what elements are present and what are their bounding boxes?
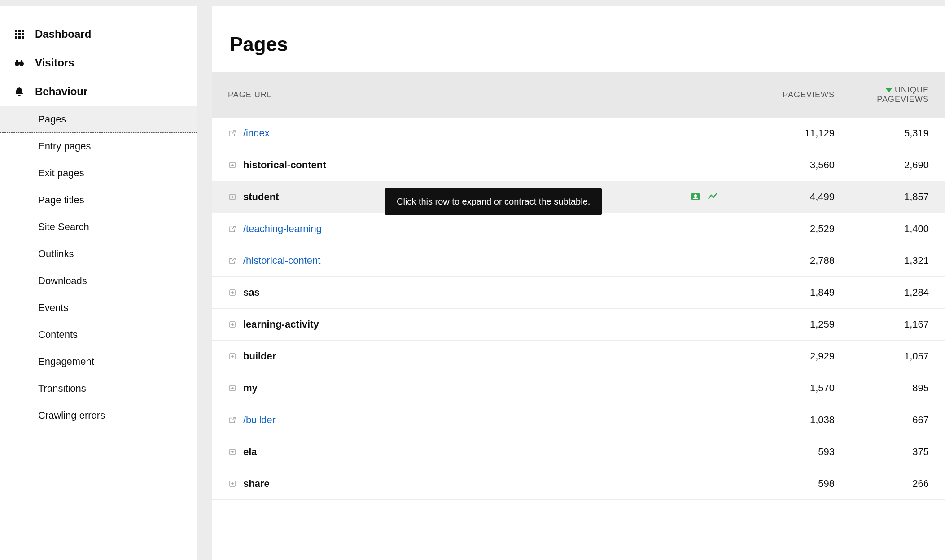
page-url-label: learning-activity — [243, 319, 319, 330]
unique-pageviews-cell: 266 — [851, 468, 945, 500]
sidebar-item-label: Behaviour — [35, 85, 88, 98]
sidebar-subitem-exit-pages[interactable]: Exit pages — [0, 160, 197, 187]
svg-rect-0 — [15, 30, 18, 32]
svg-rect-7 — [18, 36, 21, 39]
pageviews-cell: 1,849 — [757, 277, 851, 309]
expand-icon[interactable] — [228, 447, 237, 456]
col-pageviews[interactable]: Pageviews — [757, 72, 851, 118]
binoculars-icon — [13, 57, 25, 69]
pageviews-cell: 2,529 — [757, 213, 851, 245]
page-url-label[interactable]: /index — [243, 127, 270, 139]
svg-rect-8 — [22, 36, 24, 39]
col-url[interactable]: Page URL — [212, 72, 757, 118]
unique-pageviews-cell: 1,284 — [851, 277, 945, 309]
content-area: Pages Page URL Pageviews Unique Pageview… — [197, 6, 945, 560]
sidebar-subitem-events[interactable]: Events — [0, 294, 197, 321]
unique-pageviews-cell: 1,057 — [851, 341, 945, 372]
svg-point-21 — [694, 194, 697, 197]
pageviews-cell: 598 — [757, 468, 851, 500]
external-link-icon[interactable] — [228, 224, 237, 233]
table-row[interactable]: /builder1,038667 — [212, 404, 945, 436]
unique-pageviews-cell: 375 — [851, 436, 945, 468]
page-url-label: student — [243, 191, 279, 203]
sidebar-subitem-site-search[interactable]: Site Search — [0, 214, 197, 241]
sidebar-item-label: Visitors — [35, 57, 74, 69]
expand-icon[interactable] — [228, 161, 237, 170]
unique-pageviews-cell: 1,321 — [851, 245, 945, 277]
expand-icon[interactable] — [228, 384, 237, 393]
svg-rect-11 — [18, 62, 21, 64]
svg-rect-5 — [22, 33, 24, 35]
table-row[interactable]: learning-activity1,2591,167 — [212, 309, 945, 341]
col-unique-pageviews[interactable]: Unique Pageviews — [851, 72, 945, 118]
page-url-label[interactable]: /builder — [243, 414, 276, 426]
table-header-row: Page URL Pageviews Unique Pageviews — [212, 72, 945, 118]
unique-pageviews-cell: 1,857 — [851, 181, 945, 213]
svg-rect-3 — [15, 33, 18, 35]
pageviews-cell: 2,788 — [757, 245, 851, 277]
external-link-icon[interactable] — [228, 256, 237, 265]
expand-icon[interactable] — [228, 479, 237, 488]
sidebar-subitem-engagement[interactable]: Engagement — [0, 348, 197, 375]
sidebar-subitem-transitions[interactable]: Transitions — [0, 375, 197, 402]
table-row[interactable]: my1,570895 — [212, 372, 945, 404]
sort-desc-icon — [886, 88, 892, 92]
table-row[interactable]: share598266 — [212, 468, 945, 500]
sidebar-subitem-outlinks[interactable]: Outlinks — [0, 241, 197, 267]
page-url-label[interactable]: /historical-content — [243, 255, 320, 267]
table-row[interactable]: /historical-content2,7881,321 — [212, 245, 945, 277]
expand-icon[interactable] — [228, 320, 237, 329]
expand-icon[interactable] — [228, 288, 237, 297]
segment-icon[interactable] — [690, 191, 701, 205]
unique-pageviews-cell: 895 — [851, 372, 945, 404]
page-url-label: builder — [243, 350, 276, 362]
pageviews-cell: 3,560 — [757, 149, 851, 181]
table-row[interactable]: /index11,1295,319 — [212, 118, 945, 149]
page-url-label: share — [243, 478, 270, 490]
page-url-label: historical-content — [243, 159, 326, 171]
pageviews-cell: 1,570 — [757, 372, 851, 404]
table-row[interactable]: /teaching-learning2,5291,400 — [212, 213, 945, 245]
expand-icon[interactable] — [228, 352, 237, 361]
table-row[interactable]: ela593375 — [212, 436, 945, 468]
table-row[interactable]: sas1,8491,284 — [212, 277, 945, 309]
svg-rect-1 — [18, 30, 21, 32]
svg-rect-12 — [16, 60, 18, 62]
sidebar-item-behaviour[interactable]: Behaviour — [0, 77, 197, 106]
sidebar-subitem-crawling-errors[interactable]: Crawling errors — [0, 402, 197, 429]
unique-pageviews-cell: 667 — [851, 404, 945, 436]
unique-pageviews-cell: 1,400 — [851, 213, 945, 245]
table-row[interactable]: historical-content3,5602,690 — [212, 149, 945, 181]
pages-table: Page URL Pageviews Unique Pageviews /ind… — [212, 72, 945, 500]
pageviews-cell: 4,499 — [757, 181, 851, 213]
sidebar-item-visitors[interactable]: Visitors — [0, 48, 197, 77]
svg-rect-2 — [22, 30, 24, 32]
sidebar-subitem-downloads[interactable]: Downloads — [0, 267, 197, 294]
bell-icon — [13, 86, 25, 97]
table-row[interactable]: studentClick this row to expand or contr… — [212, 181, 945, 213]
sidebar-subitem-page-titles[interactable]: Page titles — [0, 187, 197, 214]
page-url-label[interactable]: /teaching-learning — [243, 223, 322, 235]
unique-pageviews-cell: 1,167 — [851, 309, 945, 341]
window-top-strip — [0, 0, 945, 6]
row-evolution-icon[interactable] — [707, 191, 718, 205]
sidebar-subitem-contents[interactable]: Contents — [0, 321, 197, 348]
external-link-icon[interactable] — [228, 129, 237, 138]
page-url-label: my — [243, 382, 258, 394]
row-tooltip: Click this row to expand or contract the… — [385, 188, 602, 215]
svg-rect-13 — [21, 60, 22, 62]
grid-icon — [13, 28, 25, 40]
expand-icon[interactable] — [228, 192, 237, 201]
pageviews-cell: 11,129 — [757, 118, 851, 149]
sidebar-subitem-entry-pages[interactable]: Entry pages — [0, 133, 197, 160]
pageviews-cell: 2,929 — [757, 341, 851, 372]
svg-rect-6 — [15, 36, 18, 39]
table-row[interactable]: builder2,9291,057 — [212, 341, 945, 372]
sidebar: DashboardVisitorsBehaviourPagesEntry pag… — [0, 6, 197, 560]
sidebar-subitem-pages[interactable]: Pages — [0, 106, 197, 133]
sidebar-item-dashboard[interactable]: Dashboard — [0, 20, 197, 48]
pageviews-cell: 1,259 — [757, 309, 851, 341]
page-card: Pages Page URL Pageviews Unique Pageview… — [212, 6, 945, 560]
page-url-label: ela — [243, 446, 257, 458]
external-link-icon[interactable] — [228, 416, 237, 424]
